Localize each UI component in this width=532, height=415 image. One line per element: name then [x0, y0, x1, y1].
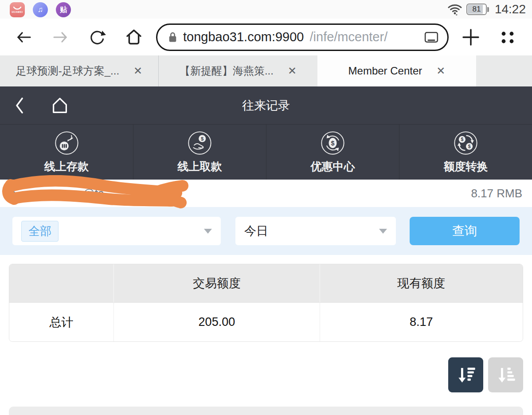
- menu-button[interactable]: [498, 28, 517, 47]
- page-back-button[interactable]: [14, 96, 25, 115]
- total-current-amount: 8.17: [320, 303, 523, 341]
- sort-descending-icon: [456, 365, 476, 385]
- nav-label: 额度转换: [444, 159, 488, 174]
- nav-item-transfer[interactable]: $ $ 额度转换: [399, 125, 532, 180]
- refresh-icon: [88, 28, 106, 47]
- query-button[interactable]: 查询: [410, 217, 520, 245]
- deposit-icon: [54, 130, 79, 156]
- home-outline-icon: [50, 95, 70, 116]
- forward-arrow-icon: [51, 28, 69, 46]
- type-select-value: 全部: [21, 221, 59, 242]
- browser-tab-member-center[interactable]: Member Center ✕: [317, 55, 476, 86]
- nav-label: 线上取款: [178, 159, 222, 174]
- battery-level: 81: [467, 4, 486, 14]
- header-cell-trade-amount: 交易额度: [114, 264, 320, 302]
- music-note-glyph: ♫: [38, 5, 43, 14]
- tab-label: 【新提醒】海燕策...: [180, 64, 274, 78]
- tab-strip-filler: [476, 55, 532, 86]
- sort-buttons: [9, 357, 523, 392]
- notification-icons: HUAWEI ♫ 贴: [10, 1, 71, 17]
- date-range-select[interactable]: 今日: [235, 217, 396, 245]
- browser-tab-football[interactable]: 足球预测-足球方案_... ✕: [0, 55, 159, 86]
- menu-dots-icon: [498, 28, 517, 47]
- back-button[interactable]: [15, 28, 33, 46]
- url-bar[interactable]: tongbao31.com:9900/infe/mcenter/: [156, 23, 449, 51]
- browser-window: HUAWEI ♫ 贴 81: [0, 0, 532, 415]
- browser-tab-haiyan[interactable]: 【新提醒】海燕策... ✕: [159, 55, 317, 86]
- nav-item-promotions[interactable]: $ 优惠中心: [266, 125, 399, 180]
- chevron-down-icon: [379, 229, 387, 234]
- chevron-left-icon: [14, 96, 25, 115]
- username-prefix: s: [10, 187, 16, 200]
- nav-label: 线上存款: [44, 159, 89, 174]
- header-cell-current-amount: 现有额度: [320, 264, 523, 302]
- transfer-icon: $ $: [453, 130, 478, 156]
- desktop-monitor-icon: [424, 31, 438, 43]
- huawei-appgallery-icon: HUAWEI: [10, 2, 25, 17]
- music-app-icon: ♫: [33, 2, 48, 17]
- home-icon: [125, 28, 143, 46]
- tab-close-icon[interactable]: ✕: [133, 65, 142, 77]
- username-suffix: @fa: [83, 187, 104, 200]
- tab-label: 足球预测-足球方案_...: [16, 64, 119, 78]
- date-range-value: 今日: [244, 223, 268, 239]
- page-home-button[interactable]: [50, 95, 70, 116]
- bottom-panel: [9, 407, 523, 415]
- page-title: 往来记录: [0, 98, 532, 114]
- nav-item-withdraw[interactable]: $ 线上取款: [133, 125, 266, 180]
- lock-icon[interactable]: [168, 31, 177, 43]
- summary-table: 交易额度 现有额度 总计 205.00 8.17: [9, 264, 523, 342]
- status-bar: HUAWEI ♫ 贴 81: [0, 0, 532, 19]
- clock: 14:22: [495, 2, 526, 16]
- total-trade-amount: 205.00: [114, 303, 320, 341]
- quick-nav: 线上存款 $ 线上取款 $ 优惠中心: [0, 124, 532, 180]
- browser-toolbar: tongbao31.com:9900/infe/mcenter/: [0, 19, 532, 55]
- smile-icon: [13, 7, 22, 10]
- sort-ascending-icon: [496, 365, 516, 385]
- nav-label: 优惠中心: [311, 159, 355, 174]
- back-arrow-icon: [15, 28, 33, 46]
- forward-button[interactable]: [51, 28, 69, 46]
- sort-descending-button[interactable]: [448, 357, 483, 392]
- tab-strip: 足球预测-足球方案_... ✕ 【新提醒】海燕策... ✕ Member Cen…: [0, 55, 532, 86]
- url-host: tongbao31.com:9900: [183, 30, 304, 44]
- chevron-down-icon: [204, 229, 212, 234]
- plus-icon: [462, 28, 480, 46]
- promotions-icon: $: [320, 130, 345, 156]
- account-username: s@fa: [10, 187, 104, 200]
- type-select[interactable]: 全部: [12, 217, 221, 245]
- svg-text:$: $: [461, 137, 464, 142]
- tab-close-icon[interactable]: ✕: [288, 65, 297, 77]
- tab-label: Member Center: [348, 65, 422, 77]
- page-content: 交易额度 现有额度 总计 205.00 8.17: [0, 255, 532, 415]
- tab-close-icon[interactable]: ✕: [436, 65, 445, 77]
- tieba-app-icon: 贴: [56, 2, 71, 17]
- page-header: 往来记录: [0, 86, 532, 124]
- table-header-row: 交易额度 现有额度: [9, 264, 523, 302]
- new-tab-button[interactable]: [462, 28, 480, 46]
- status-indicators: 81 14:22: [447, 2, 526, 16]
- account-balance: 8.17 RMB: [471, 187, 522, 200]
- desktop-mode-button[interactable]: [424, 31, 438, 43]
- nav-item-deposit[interactable]: 线上存款: [0, 125, 133, 180]
- svg-text:$: $: [468, 144, 471, 149]
- filter-bar: 全部 今日 查询: [0, 207, 532, 255]
- svg-text:$: $: [331, 140, 335, 147]
- total-label: 总计: [9, 303, 114, 341]
- table-row-total: 总计 205.00 8.17: [9, 302, 523, 341]
- withdraw-icon: $: [187, 130, 212, 156]
- url-path: /infe/mcenter/: [310, 30, 419, 44]
- header-cell-empty: [9, 264, 114, 302]
- sort-ascending-button[interactable]: [488, 357, 523, 392]
- account-row: s@fa 8.17 RMB: [0, 180, 532, 207]
- wifi-icon: [447, 3, 462, 16]
- huawei-label: HUAWEI: [12, 11, 23, 13]
- refresh-button[interactable]: [88, 28, 106, 47]
- home-button[interactable]: [125, 28, 143, 46]
- battery-icon: 81: [466, 4, 489, 15]
- svg-text:$: $: [201, 136, 204, 141]
- tieba-glyph: 贴: [60, 5, 67, 15]
